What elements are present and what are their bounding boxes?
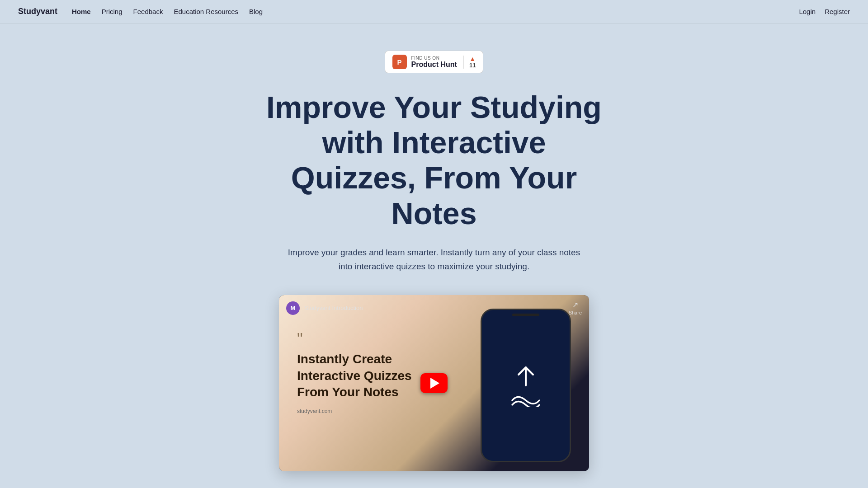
phone-waves-icon: [510, 394, 542, 407]
nav-left: Studyvant Home Pricing Feedback Educatio…: [18, 7, 263, 16]
register-link[interactable]: Register: [825, 8, 850, 15]
phone-arrow-icon: [512, 364, 539, 391]
video-channel-info: M Studyvant Introduction: [286, 301, 363, 315]
nav-link-home[interactable]: Home: [72, 8, 91, 15]
video-title: Studyvant Introduction: [304, 305, 363, 311]
product-hunt-name: Product Hunt: [411, 61, 457, 69]
brand-logo[interactable]: Studyvant: [18, 7, 57, 16]
video-watermark: studyvant.com: [297, 408, 424, 414]
main-content: P FIND US ON Product Hunt ▲ 11 Improve Y…: [0, 23, 868, 471]
product-hunt-badge[interactable]: P FIND US ON Product Hunt ▲ 11: [385, 51, 484, 73]
product-hunt-logo: P: [392, 55, 407, 69]
nav-link-feedback[interactable]: Feedback: [133, 8, 163, 15]
hero-heading: Improve Your Studying with Interactive Q…: [258, 89, 610, 231]
youtube-play-button[interactable]: [420, 373, 448, 393]
vote-count: 11: [469, 62, 476, 69]
video-overlay-text: Instantly Create Interactive Quizzes Fro…: [297, 351, 424, 400]
quote-icon: ": [297, 331, 424, 347]
nav-link-pricing[interactable]: Pricing: [102, 8, 123, 15]
video-left-content: " Instantly Create Interactive Quizzes F…: [297, 331, 424, 414]
nav-right: Login Register: [799, 8, 850, 15]
video-container[interactable]: M Studyvant Introduction ↗ Share " Insta…: [279, 295, 589, 471]
share-button[interactable]: ↗ Share: [569, 300, 582, 315]
video-topbar: M Studyvant Introduction ↗ Share: [279, 295, 589, 321]
navbar: Studyvant Home Pricing Feedback Educatio…: [0, 0, 868, 23]
hero-subtext: Improve your grades and learn smarter. I…: [280, 245, 588, 274]
product-hunt-text: FIND US ON Product Hunt: [411, 56, 457, 69]
channel-avatar: M: [286, 301, 300, 315]
upvote-arrow-icon: ▲: [469, 56, 476, 62]
play-triangle-icon: [430, 378, 439, 389]
product-hunt-find-label: FIND US ON: [411, 56, 457, 61]
nav-link-blog[interactable]: Blog: [249, 8, 263, 15]
phone-logo: [510, 364, 542, 407]
share-label: Share: [569, 310, 582, 315]
share-icon: ↗: [572, 300, 578, 309]
nav-link-education-resources[interactable]: Education Resources: [174, 8, 238, 15]
nav-links: Home Pricing Feedback Education Resource…: [72, 8, 263, 16]
video-inner: M Studyvant Introduction ↗ Share " Insta…: [279, 295, 589, 471]
login-link[interactable]: Login: [799, 8, 816, 15]
phone-mockup: [481, 309, 571, 462]
product-hunt-votes: ▲ 11: [463, 56, 476, 69]
